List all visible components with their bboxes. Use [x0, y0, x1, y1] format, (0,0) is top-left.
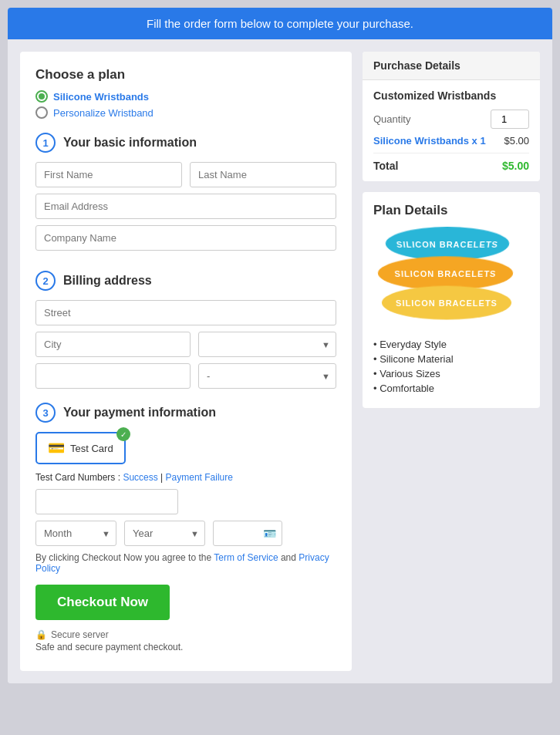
success-link[interactable]: Success [123, 472, 157, 483]
page-wrapper: Fill the order form below to complete yo… [8, 8, 552, 683]
purchase-details-header: Purchase Details [363, 52, 540, 80]
street-input[interactable] [35, 300, 336, 325]
feature-material: Silicone Material [373, 353, 529, 365]
right-panel: Purchase Details Customized Wristbands Q… [363, 52, 540, 671]
purchase-details-body: Customized Wristbands Quantity Silicone … [363, 80, 540, 181]
top-banner: Fill the order form below to complete yo… [8, 8, 552, 39]
plan-details-section: Plan Details SILICON BRACELETS SILICON B… [363, 192, 540, 408]
company-input[interactable] [35, 225, 336, 251]
plan-label-personalize: Personalize Wristband [53, 107, 153, 119]
feature-comfortable: Comfortable [373, 383, 529, 394]
country-select[interactable] [198, 332, 336, 357]
test-card-numbers: Test Card Numbers : Success | Payment Fa… [35, 472, 336, 483]
bracelet-blue: SILICON BRACELETS [383, 227, 513, 261]
year-select[interactable]: Year 202420252026 202720282029 [124, 521, 205, 546]
quantity-label: Quantity [373, 113, 410, 125]
failure-link[interactable]: Payment Failure [166, 472, 233, 483]
year-wrapper: Year 202420252026 202720282029 ▼ [124, 521, 205, 546]
plan-details-title: Plan Details [373, 203, 529, 218]
country-wrapper: ▼ [198, 332, 336, 357]
lock-icon: 🔒 [35, 629, 47, 640]
payment-row: Month 010203 040506 070809 101112 ▼ Year… [35, 521, 336, 546]
secure-row: 🔒 Secure server [35, 629, 336, 640]
cvv-card-icon: 🪪 [263, 528, 276, 540]
cc-number-input[interactable] [35, 489, 178, 514]
secure-label: Secure server [51, 629, 109, 640]
radio-silicone-selected[interactable] [35, 90, 48, 103]
item-price: $5.00 [504, 135, 529, 147]
zip-state-row: - ▼ [35, 363, 336, 389]
step1-circle: 1 [35, 133, 56, 153]
step1-title: Your basic information [63, 136, 197, 150]
card-check-badge: ✓ [116, 427, 130, 441]
step2-heading: 2 Billing address [35, 271, 336, 291]
checkout-button[interactable]: Checkout Now [35, 585, 170, 620]
tos-link[interactable]: Term of Service [214, 552, 278, 563]
plan-option-silicone[interactable]: Silicone Wristbands [35, 90, 336, 103]
bracelets-visual: SILICON BRACELETS SILICON BRACELETS SILI… [378, 228, 525, 328]
banner-text: Fill the order form below to complete yo… [147, 17, 413, 30]
card-label: Test Card [70, 443, 113, 454]
step1-heading: 1 Your basic information [35, 133, 336, 153]
item-name: Silicone Wristbands x 1 [373, 135, 486, 147]
choose-plan-title: Choose a plan [35, 67, 336, 83]
state-select[interactable]: - [198, 363, 336, 389]
cvv-wrapper: 🪪 [213, 521, 282, 546]
state-wrapper: - ▼ [198, 363, 336, 389]
name-row [35, 162, 336, 187]
features-list: Everyday Style Silicone Material Various… [373, 339, 529, 394]
secure-desc: Safe and secure payment checkout. [35, 642, 336, 652]
step3-heading: 3 Your payment information [35, 403, 336, 423]
plan-label-silicone: Silicone Wristbands [53, 91, 149, 103]
terms-text: By clicking Checkout Now you agree to th… [35, 552, 336, 574]
step2-title: Billing address [63, 274, 152, 288]
card-option-box[interactable]: 💳 Test Card ✓ [35, 432, 126, 464]
email-input[interactable] [35, 194, 336, 219]
plan-option-personalize[interactable]: Personalize Wristband [35, 106, 336, 119]
left-panel: Choose a plan Silicone Wristbands Person… [20, 52, 352, 671]
item-row: Silicone Wristbands x 1 $5.00 [373, 135, 529, 153]
quantity-input[interactable] [491, 110, 529, 129]
feature-everyday: Everyday Style [373, 339, 529, 350]
month-select[interactable]: Month 010203 040506 070809 101112 [35, 521, 116, 546]
step3-title: Your payment information [63, 406, 216, 420]
main-content: Choose a plan Silicone Wristbands Person… [8, 39, 552, 683]
total-label: Total [373, 160, 398, 172]
quantity-row: Quantity [373, 110, 529, 129]
radio-personalize-unselected[interactable] [35, 106, 48, 119]
total-price: $5.00 [502, 160, 529, 172]
feature-sizes: Various Sizes [373, 368, 529, 379]
city-country-row: ▼ [35, 332, 336, 357]
step3-circle: 3 [35, 403, 56, 423]
month-wrapper: Month 010203 040506 070809 101112 ▼ [35, 521, 116, 546]
bracelet-yellow: SILICON BRACELETS [380, 286, 512, 320]
zip-input[interactable] [35, 363, 191, 389]
city-input[interactable] [35, 332, 191, 357]
first-name-input[interactable] [35, 162, 182, 187]
product-title: Customized Wristbands [373, 89, 529, 102]
purchase-details-box: Purchase Details Customized Wristbands Q… [363, 52, 540, 181]
total-row: Total $5.00 [373, 160, 529, 172]
step2-circle: 2 [35, 271, 56, 291]
card-icon: 💳 [48, 440, 65, 457]
last-name-input[interactable] [190, 162, 336, 187]
